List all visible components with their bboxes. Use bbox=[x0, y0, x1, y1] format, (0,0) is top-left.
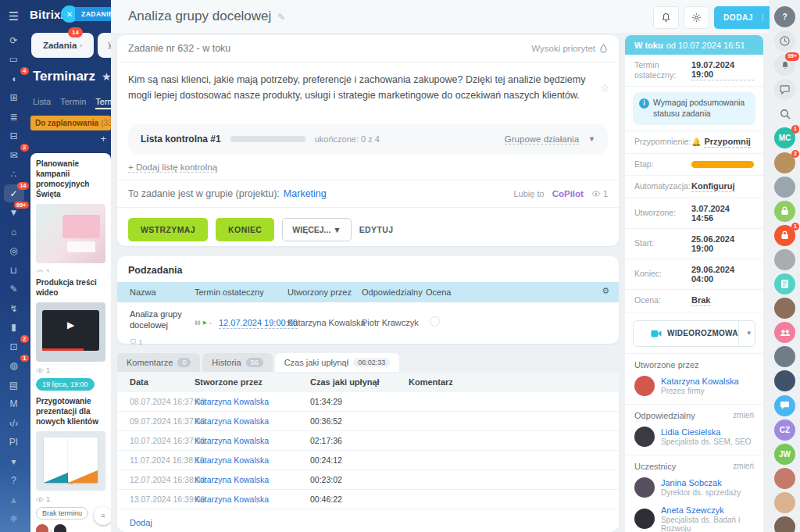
avatar[interactable] bbox=[774, 492, 795, 513]
time-log-row[interactable]: 13.07.2024 16:39:00Katarzyna Kowalska00:… bbox=[117, 490, 619, 509]
sign-icon[interactable]: ✎ bbox=[4, 280, 24, 298]
video-call-button[interactable]: WIDEOROZMOWA ▼ bbox=[633, 320, 755, 347]
subtask-deadline-link[interactable]: 12.07.2024 19:00:00 bbox=[219, 318, 298, 329]
tasks-icon[interactable]: ✓14 bbox=[4, 184, 24, 202]
kanban-tab-termin[interactable]: Termin bbox=[60, 97, 86, 109]
chevron-down-icon[interactable]: ▼ bbox=[738, 321, 759, 346]
avatar[interactable] bbox=[774, 177, 795, 198]
like-link[interactable]: Lubię to bbox=[513, 189, 544, 198]
bi-icon[interactable]: PI bbox=[4, 434, 24, 452]
calendar-icon[interactable]: ⊞ bbox=[4, 89, 24, 107]
add-checklist-link[interactable]: + Dodaj listę kontrolną bbox=[128, 162, 217, 173]
hamburger-menu-icon[interactable]: ☰ bbox=[9, 9, 19, 23]
play-icon[interactable]: ▶ bbox=[67, 320, 74, 330]
company-icon[interactable]: ⌂ bbox=[4, 223, 24, 241]
avatar-mc[interactable]: MC1 bbox=[774, 127, 795, 148]
subtask-row[interactable]: Analiza grupy docelowej 🗨 1 ▮▮ ▶ ▪ 12.07… bbox=[117, 302, 619, 348]
contacts-icon[interactable]: ⊡2 bbox=[4, 337, 24, 355]
due-pill[interactable]: Brak terminu bbox=[36, 507, 88, 520]
pause-icon[interactable]: ▮▮ bbox=[195, 320, 201, 326]
chat-icon[interactable] bbox=[774, 79, 795, 100]
add-time-link[interactable]: Dodaj bbox=[130, 518, 152, 527]
table-settings-icon[interactable]: ⚙ bbox=[602, 286, 609, 296]
kanban-tab-terminarz[interactable]: Terminarz bbox=[95, 97, 111, 109]
change-participants-link[interactable]: zmień bbox=[733, 462, 754, 471]
group-link[interactable]: Marketing bbox=[284, 188, 327, 199]
mail-icon[interactable]: ✉2 bbox=[4, 146, 24, 164]
avatar[interactable] bbox=[774, 249, 795, 270]
automation-link[interactable]: Konfiguruj bbox=[691, 181, 735, 192]
group-actions-link[interactable]: Grupowe działania bbox=[505, 134, 579, 145]
add-card-icon[interactable]: + bbox=[100, 133, 106, 145]
avatar[interactable] bbox=[774, 468, 795, 489]
tab-czas-jaki-upłynął[interactable]: Czas jaki upłynął06:02:33 bbox=[275, 353, 400, 372]
pause-button[interactable]: WSTRZYMAJ bbox=[128, 218, 208, 241]
chat-icon[interactable]: ◖4 bbox=[4, 70, 24, 87]
person-link[interactable]: Katarzyna Kowalska bbox=[195, 416, 269, 426]
status-summary-notice[interactable]: i Wymagaj podsumowania statusu zadania bbox=[633, 92, 755, 124]
reminder-link[interactable]: Przypomnij bbox=[704, 137, 750, 148]
participant-person[interactable]: Aneta SzewczykSpecjalista ds. Badań i Ro… bbox=[625, 502, 763, 532]
settings-button[interactable] bbox=[684, 6, 709, 29]
more-button[interactable]: WIĘCEJ... ▼ bbox=[282, 218, 351, 241]
avatar[interactable] bbox=[774, 346, 795, 367]
taskbar-task-pill[interactable]: ✕ ZADANIE bbox=[61, 5, 111, 23]
rating-circle[interactable] bbox=[430, 316, 440, 327]
market-icon[interactable]: M bbox=[4, 395, 24, 413]
crm-funnel-icon[interactable]: ▼99+ bbox=[4, 204, 24, 222]
warning-icon[interactable]: ▲ bbox=[4, 491, 24, 509]
due-pill[interactable]: 19 lipca, 19:00 bbox=[36, 378, 95, 391]
drive-icon[interactable]: ⊟ bbox=[4, 127, 24, 145]
search-icon[interactable] bbox=[774, 103, 795, 124]
avatar[interactable]: 2 bbox=[774, 152, 795, 173]
kanban-tab-lista[interactable]: Lista bbox=[33, 97, 51, 109]
avatar[interactable] bbox=[774, 370, 795, 391]
lightning-icon[interactable]: ↯ bbox=[4, 299, 24, 317]
ai-icon[interactable]: ◍1 bbox=[4, 357, 24, 375]
person-link[interactable]: Katarzyna Kowalska bbox=[195, 495, 269, 504]
chevron-down-icon[interactable]: ▼ bbox=[588, 135, 595, 143]
chat2-icon[interactable] bbox=[774, 395, 795, 416]
lock-icon[interactable]: 1 bbox=[774, 225, 795, 246]
tab-komentarze[interactable]: Komentarze0 bbox=[117, 353, 200, 372]
add-icon[interactable]: + bbox=[4, 529, 24, 532]
document-icon[interactable]: ≣ bbox=[4, 108, 24, 126]
bell-icon[interactable]: 99+ bbox=[774, 55, 795, 76]
chevron-down-icon[interactable]: ▾ bbox=[4, 452, 24, 470]
analytics-icon[interactable]: ▮ bbox=[4, 319, 24, 337]
time-log-row[interactable]: 09.07.2024 16:37:00Katarzyna Kowalska00:… bbox=[117, 412, 619, 431]
edit-link-icon[interactable]: ✎ bbox=[277, 12, 285, 23]
stop-icon[interactable]: ▪ bbox=[209, 320, 211, 326]
tab-historia[interactable]: Historia56 bbox=[202, 353, 272, 372]
star-icon[interactable]: ☆ bbox=[600, 82, 609, 94]
copilot-link[interactable]: CoPilot bbox=[552, 189, 584, 198]
creator-person[interactable]: Katarzyna KowalskaPrezes firmy bbox=[625, 373, 763, 401]
time-log-row[interactable]: 11.07.2024 16:38:10Katarzyna Kowalska00:… bbox=[117, 451, 619, 470]
help-icon[interactable]: ? bbox=[4, 472, 24, 490]
people-icon[interactable] bbox=[774, 322, 795, 343]
cart-icon[interactable]: ⊔ bbox=[4, 261, 24, 279]
play-icon[interactable]: ▶ bbox=[203, 320, 207, 326]
time-log-row[interactable]: 08.07.2024 16:37:00Katarzyna Kowalska01:… bbox=[117, 392, 619, 412]
person-link[interactable]: Katarzyna Kowalska bbox=[195, 455, 269, 465]
scroll-top-button[interactable]: ≡ bbox=[94, 506, 111, 525]
edit-button[interactable]: EDYTUJ bbox=[359, 225, 394, 234]
help-icon[interactable]: ? bbox=[774, 6, 795, 27]
avatar-jw[interactable]: JW bbox=[774, 444, 795, 465]
devops-icon[interactable]: ‹/› bbox=[4, 414, 24, 432]
people-icon[interactable]: ∴ bbox=[4, 166, 24, 184]
person-link[interactable]: Katarzyna Kowalska bbox=[195, 436, 269, 445]
person-link[interactable]: Katarzyna Kowalska bbox=[195, 475, 269, 484]
responsible-person[interactable]: Lidia CiesielskaSpecjalista ds. SEM, SEO bbox=[625, 423, 763, 452]
avatar[interactable] bbox=[774, 516, 795, 532]
target-icon[interactable]: ◎ bbox=[4, 242, 24, 260]
settings-icon[interactable]: ✱ bbox=[4, 510, 24, 528]
notifications-button[interactable] bbox=[653, 6, 679, 29]
deadline-value[interactable]: 19.07.2024 19:00 bbox=[691, 60, 754, 80]
finish-button[interactable]: KONIEC bbox=[216, 218, 274, 241]
favorite-star-icon[interactable]: ★ bbox=[102, 70, 111, 83]
participant-person[interactable]: Janina SobczakDyrektor ds. sprzedaży bbox=[625, 474, 763, 502]
time-log-row[interactable]: 10.07.2024 16:37:00Katarzyna Kowalska02:… bbox=[117, 431, 619, 451]
collapse-button[interactable]: ⊻ bbox=[98, 33, 111, 58]
avatar[interactable] bbox=[774, 298, 795, 319]
